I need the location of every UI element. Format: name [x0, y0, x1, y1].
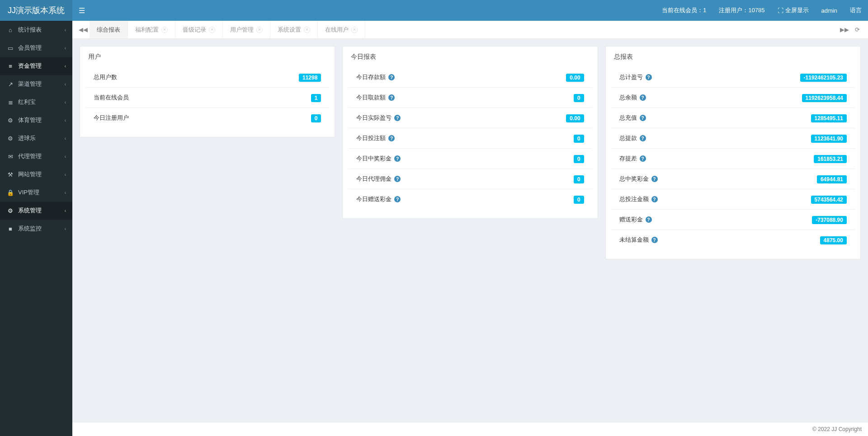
- sidebar-item-5[interactable]: ⚙体育管理‹: [0, 111, 72, 129]
- chevron-left-icon: ‹: [65, 118, 66, 123]
- sidebar-item-4[interactable]: ≣红利宝‹: [0, 93, 72, 111]
- sidebar-item-10[interactable]: ⚙系统管理‹: [0, 202, 72, 220]
- tab-refresh-icon[interactable]: ⟳: [851, 21, 863, 38]
- row-value: 0.00: [566, 115, 584, 122]
- help-icon[interactable]: ?: [640, 135, 646, 141]
- value-badge: 0.00: [566, 114, 584, 122]
- monitor-icon: ■: [6, 225, 14, 232]
- total-row-4: 存提差?161853.21: [611, 149, 855, 169]
- row-label-text: 总中奖彩金: [619, 175, 649, 183]
- total-row-7: 赠送彩金?-737088.90: [611, 210, 855, 230]
- help-icon[interactable]: ?: [388, 135, 395, 141]
- sidebar-item-6[interactable]: ⚙进球乐‹: [0, 129, 72, 147]
- panel-user-title: 用户: [80, 47, 335, 67]
- tab-2[interactable]: 晋级记录×: [175, 21, 223, 38]
- fullscreen-button[interactable]: ⛶全屏显示: [778, 6, 809, 14]
- close-icon[interactable]: ×: [209, 27, 215, 33]
- side-nav: ⌂统计报表‹▭会员管理‹≡资金管理‹↗渠道管理‹≣红利宝‹⚙体育管理‹⚙进球乐‹…: [0, 21, 72, 436]
- close-icon[interactable]: ×: [304, 27, 310, 33]
- row-value: 1192623958.44: [802, 94, 847, 101]
- close-icon[interactable]: ×: [256, 27, 263, 33]
- tab-3[interactable]: 用户管理×: [223, 21, 270, 38]
- total-row-6: 总投注金额?5743564.42: [611, 189, 855, 210]
- sidebar-item-9[interactable]: 🔒VIP管理‹: [0, 183, 72, 202]
- tab-5[interactable]: 在线用户×: [318, 21, 365, 38]
- close-icon[interactable]: ×: [351, 27, 358, 33]
- help-icon[interactable]: ?: [651, 176, 658, 182]
- sidebar-item-8[interactable]: ⚒网站管理‹: [0, 165, 72, 183]
- chevron-left-icon: ‹: [65, 82, 66, 87]
- chevron-left-icon: ‹: [65, 208, 66, 213]
- row-value: 4875.00: [820, 237, 847, 244]
- row-label-text: 总计盈亏: [619, 73, 643, 81]
- sidebar-item-11[interactable]: ■系统监控‹: [0, 220, 72, 238]
- sidebar-item-label: VIP管理: [18, 188, 39, 197]
- tab-label: 用户管理: [230, 26, 254, 34]
- language-button[interactable]: 语言: [850, 6, 862, 14]
- row-label: 当前在线会员: [94, 94, 129, 102]
- help-icon[interactable]: ?: [394, 176, 401, 182]
- row-label-text: 今日取款額: [356, 94, 386, 102]
- row-label-text: 今日赠送彩金: [356, 195, 392, 203]
- sidebar-item-label: 资金管理: [18, 62, 42, 70]
- tab-label: 晋级记录: [183, 26, 206, 34]
- row-label: 总投注金额?: [619, 195, 658, 203]
- sidebar-item-label: 统计报表: [18, 26, 42, 34]
- help-icon[interactable]: ?: [651, 196, 658, 202]
- help-icon[interactable]: ?: [394, 115, 401, 121]
- tab-0[interactable]: 综合报表: [90, 21, 128, 38]
- total-row-8: 未结算金额?4875.00: [611, 230, 855, 250]
- sidebar-item-2[interactable]: ≡资金管理‹: [0, 57, 72, 75]
- row-label: 总充值?: [619, 114, 646, 122]
- help-icon[interactable]: ?: [640, 115, 646, 121]
- panel-total: 总报表 总计盈亏?-1192462105.23总余额?1192623958.44…: [605, 46, 861, 259]
- sport-icon: ⚙: [6, 117, 14, 124]
- help-icon[interactable]: ?: [651, 237, 658, 243]
- help-icon[interactable]: ?: [394, 155, 401, 162]
- registered-users[interactable]: 注册用户：10785: [719, 6, 764, 14]
- total-row-3: 总提款?1123641.90: [611, 128, 855, 149]
- row-label: 总用户数: [94, 73, 117, 81]
- footer: © 2022 JJ Copyright: [72, 422, 868, 436]
- value-badge: -1192462105.23: [800, 74, 847, 82]
- help-icon[interactable]: ?: [646, 74, 652, 80]
- current-user[interactable]: admin: [821, 7, 837, 14]
- help-icon[interactable]: ?: [640, 155, 646, 162]
- chevron-left-icon: ‹: [65, 226, 66, 231]
- row-value: 161853.21: [814, 155, 847, 162]
- tab-1[interactable]: 福利配置×: [128, 21, 175, 38]
- hamburger-icon[interactable]: ☰: [79, 6, 85, 15]
- row-label-text: 今日存款額: [356, 73, 386, 81]
- row-label-text: 总提款: [619, 134, 637, 142]
- sidebar-item-3[interactable]: ↗渠道管理‹: [0, 75, 72, 93]
- tab-scroll-left-icon[interactable]: ◀◀: [77, 21, 90, 38]
- row-label-text: 赠送彩金: [619, 216, 643, 224]
- row-label-text: 今日投注額: [356, 134, 386, 142]
- row-label: 赠送彩金?: [619, 216, 652, 224]
- row-label-text: 今日中奖彩金: [356, 155, 392, 163]
- sidebar-item-0[interactable]: ⌂统计报表‹: [0, 21, 72, 39]
- today-row-2: 今日实际盈亏?0.00: [348, 108, 592, 128]
- chevron-left-icon: ‹: [65, 46, 66, 51]
- chevron-left-icon: ‹: [65, 28, 66, 33]
- row-label-text: 总用户数: [94, 73, 117, 81]
- help-icon[interactable]: ?: [394, 196, 401, 202]
- help-icon[interactable]: ?: [640, 94, 646, 101]
- close-icon[interactable]: ×: [161, 27, 168, 33]
- tab-label: 综合报表: [97, 26, 120, 34]
- row-label: 今日代理佣金?: [356, 175, 401, 183]
- sidebar-item-label: 代理管理: [18, 152, 42, 160]
- tab-scroll-right-icon[interactable]: ▶▶: [838, 21, 851, 38]
- help-icon[interactable]: ?: [388, 94, 395, 101]
- help-icon[interactable]: ?: [646, 216, 652, 223]
- sidebar-item-7[interactable]: ✉代理管理‹: [0, 147, 72, 165]
- tab-4[interactable]: 系统设置×: [270, 21, 318, 38]
- help-icon[interactable]: ?: [388, 74, 395, 80]
- row-label: 今日注册用户: [94, 114, 129, 122]
- total-row-5: 总中奖彩金?64944.81: [611, 169, 855, 189]
- today-row-1: 今日取款額?0: [348, 88, 592, 108]
- online-members[interactable]: 当前在线会员：1: [662, 6, 706, 14]
- sidebar-item-label: 网站管理: [18, 170, 42, 178]
- sidebar-item-1[interactable]: ▭会员管理‹: [0, 39, 72, 57]
- row-label: 总中奖彩金?: [619, 175, 658, 183]
